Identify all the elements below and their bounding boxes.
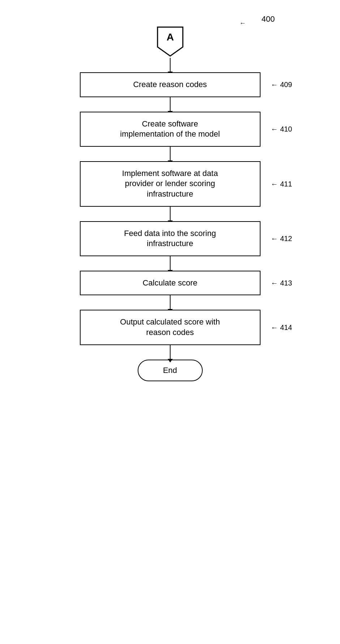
process-box-410: Create softwareimplementation of the mod… — [80, 112, 261, 147]
connector-arrow-5 — [170, 256, 171, 271]
process-box-411: Implement software at dataprovider or le… — [80, 161, 261, 207]
end-symbol: End — [138, 360, 203, 381]
side-label-410: ← 410 — [271, 124, 292, 134]
connector-arrow-6 — [170, 295, 171, 310]
side-label-412: ← 412 — [271, 234, 292, 243]
side-label-411: ← 411 — [271, 179, 292, 189]
side-label-arrow-410: ← — [271, 124, 278, 134]
row-411: Implement software at dataprovider or le… — [44, 161, 297, 207]
row-413: Calculate score ← 413 — [44, 271, 297, 296]
box-412-text: Feed data into the scoringinfrastructure — [124, 229, 216, 248]
box-409-text: Create reason codes — [133, 80, 207, 89]
side-label-arrow-413: ← — [271, 278, 278, 288]
row-409: Create reason codes ← 409 — [44, 72, 297, 97]
row-414: Output calculated score withreason codes… — [44, 310, 297, 345]
connector-arrow-1 — [170, 58, 171, 72]
side-label-id-411: 411 — [280, 179, 292, 189]
box-411-text: Implement software at dataprovider or le… — [122, 169, 218, 198]
process-box-412: Feed data into the scoringinfrastructure… — [80, 221, 261, 256]
row-412: Feed data into the scoringinfrastructure… — [44, 221, 297, 256]
box-414-text: Output calculated score withreason codes — [120, 317, 220, 337]
connector-arrow-3 — [170, 147, 171, 161]
connector-arrow-2 — [170, 97, 171, 112]
box-410-text: Create softwareimplementation of the mod… — [120, 119, 220, 139]
side-label-id-409: 409 — [280, 80, 292, 89]
process-box-413: Calculate score ← 413 — [80, 271, 261, 296]
diagram-id: 400 — [262, 14, 275, 24]
flowchart-diagram: 400 ← A Create reason codes ← 409 Create… — [44, 14, 297, 381]
side-label-id-412: 412 — [280, 234, 292, 243]
box-413-text: Calculate score — [143, 278, 198, 287]
side-label-arrow-412: ← — [271, 234, 278, 243]
side-label-413: ← 413 — [271, 278, 292, 288]
diagram-label-arrow: ← — [240, 20, 246, 27]
connector-arrow-4 — [170, 207, 171, 221]
process-box-409: Create reason codes ← 409 — [80, 72, 261, 97]
side-label-arrow-411: ← — [271, 179, 278, 189]
side-label-409: ← 409 — [271, 80, 292, 89]
start-symbol: A — [156, 25, 185, 58]
side-label-id-414: 414 — [280, 323, 292, 332]
side-label-414: ← 414 — [271, 323, 292, 332]
connector-arrow-7 — [170, 345, 171, 360]
end-label: End — [163, 366, 177, 375]
side-label-id-410: 410 — [280, 124, 292, 134]
side-label-id-413: 413 — [280, 278, 292, 288]
side-label-arrow-414: ← — [271, 323, 278, 332]
row-410: Create softwareimplementation of the mod… — [44, 112, 297, 147]
side-label-arrow-409: ← — [271, 80, 278, 89]
svg-text:A: A — [166, 31, 173, 43]
process-box-414: Output calculated score withreason codes… — [80, 310, 261, 345]
